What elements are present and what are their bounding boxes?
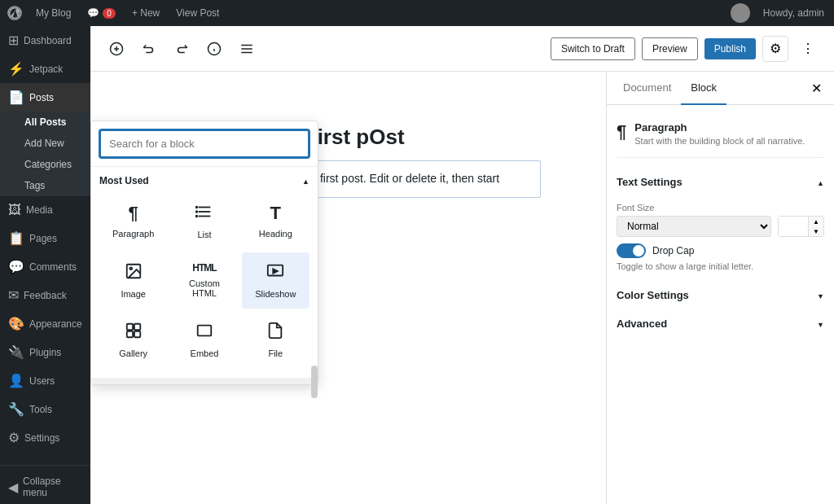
slideshow-block-icon xyxy=(266,262,284,284)
sidebar-item-plugins[interactable]: 🔌 Plugins xyxy=(0,338,90,366)
font-size-down[interactable]: ▼ xyxy=(809,226,823,236)
font-size-label: Font Size xyxy=(617,203,824,213)
sidebar-item-users[interactable]: 👤 Users xyxy=(0,366,90,395)
font-size-row: Normal Small Medium Large Huge ▲ xyxy=(617,216,824,237)
color-settings-section: Color Settings xyxy=(617,281,824,309)
sidebar-label-comments: Comments xyxy=(29,261,77,273)
block-list[interactable]: List xyxy=(170,193,238,249)
appearance-icon: 🎨 xyxy=(8,316,24,331)
sidebar-item-pages[interactable]: 📋 Pages xyxy=(0,224,90,252)
info-button[interactable] xyxy=(201,36,227,62)
sidebar-label-plugins: Plugins xyxy=(29,347,61,358)
font-size-input-group: ▲ ▼ xyxy=(778,216,824,237)
sidebar-collapse-menu[interactable]: ◀ Collapse menu xyxy=(0,465,90,504)
editor-canvas[interactable]: Most Used ¶ Paragraph xyxy=(90,72,606,504)
adminbar-view-post[interactable]: View Post xyxy=(173,7,222,19)
slideshow-block-label: Slideshow xyxy=(255,289,296,299)
sidebar-sub-all-posts[interactable]: All Posts xyxy=(16,112,90,133)
adminbar-notifications[interactable]: 💬 0 xyxy=(84,7,119,19)
block-file[interactable]: File xyxy=(242,312,309,368)
howdy-text: Howdy, admin xyxy=(763,7,824,19)
advanced-header[interactable]: Advanced xyxy=(617,309,824,338)
block-custom-html[interactable]: HTML Custom HTML xyxy=(170,252,238,309)
font-size-input[interactable] xyxy=(779,217,808,236)
undo-button[interactable] xyxy=(136,36,162,62)
admin-bar: My Blog 💬 0 + New View Post Howdy, admin xyxy=(0,0,834,26)
font-size-up[interactable]: ▲ xyxy=(809,217,823,226)
font-size-arrows: ▲ ▼ xyxy=(808,217,823,236)
block-embed[interactable]: Embed xyxy=(170,312,238,368)
sidebar-item-dashboard[interactable]: ⊞ Dashboard xyxy=(0,26,90,55)
adminbar-myblog[interactable]: My Blog xyxy=(33,7,74,19)
editor-settings-button[interactable]: ⚙ xyxy=(762,36,788,62)
preview-button[interactable]: Preview xyxy=(642,37,698,60)
block-type-icon: ¶ xyxy=(617,121,626,142)
sidebar-item-settings[interactable]: ⚙ Settings xyxy=(0,423,90,452)
svg-point-17 xyxy=(129,267,132,270)
editor-toolbar: Switch to Draft Preview Publish ⚙ ⋮ xyxy=(90,26,834,72)
text-settings-header[interactable]: Text Settings xyxy=(617,168,824,196)
tab-block[interactable]: Block xyxy=(681,72,726,105)
sidebar-collapse-label: Collapse menu xyxy=(23,476,82,498)
posts-icon: 📄 xyxy=(8,90,24,105)
sidebar: ⊞ Dashboard ⚡ Jetpack 📄 Posts All Posts … xyxy=(0,26,90,504)
block-image[interactable]: Image xyxy=(99,252,167,309)
svg-rect-23 xyxy=(134,331,140,337)
sidebar-label-settings: Settings xyxy=(24,432,59,444)
sidebar-label-dashboard: Dashboard xyxy=(24,35,72,46)
sidebar-label-pages: Pages xyxy=(29,233,57,244)
font-size-select[interactable]: Normal Small Medium Large Huge xyxy=(617,216,771,237)
sidebar-posts-submenu: All Posts Add New Categories Tags xyxy=(0,112,90,196)
drop-cap-toggle[interactable] xyxy=(617,243,646,258)
sidebar-sub-tags[interactable]: Tags xyxy=(16,175,90,196)
most-used-collapse-icon[interactable] xyxy=(302,175,309,186)
admin-avatar[interactable] xyxy=(731,3,750,23)
panel-close-button[interactable]: ✕ xyxy=(805,77,827,99)
sidebar-item-tools[interactable]: 🔧 Tools xyxy=(0,395,90,423)
block-navigation-button[interactable] xyxy=(234,36,260,62)
sidebar-item-posts[interactable]: 📄 Posts xyxy=(0,83,90,112)
tab-document[interactable]: Document xyxy=(613,72,681,105)
sidebar-item-media[interactable]: 🖼 Media xyxy=(0,196,90,224)
wp-logo[interactable] xyxy=(7,5,23,21)
publish-button[interactable]: Publish xyxy=(705,38,756,59)
file-block-icon xyxy=(266,322,284,344)
dashboard-icon: ⊞ xyxy=(8,33,19,48)
adminbar-right: Howdy, admin xyxy=(731,3,827,23)
insert-block-button[interactable] xyxy=(103,36,129,62)
svg-rect-24 xyxy=(198,326,212,336)
block-search-input[interactable] xyxy=(99,129,309,158)
advanced-section: Advanced xyxy=(617,309,824,338)
block-slideshow[interactable]: Slideshow xyxy=(242,252,309,309)
notification-icon: 💬 xyxy=(87,7,99,19)
embed-block-label: Embed xyxy=(191,348,219,358)
adminbar-view-post-label: View Post xyxy=(176,7,219,19)
block-gallery[interactable]: Gallery xyxy=(99,312,167,368)
block-heading[interactable]: T Heading xyxy=(242,193,309,249)
sidebar-item-appearance[interactable]: 🎨 Appearance xyxy=(0,309,90,338)
block-type-description: Start with the building block of all nar… xyxy=(634,135,805,147)
heading-block-icon: T xyxy=(270,203,281,224)
notification-count: 0 xyxy=(103,8,116,19)
sidebar-item-feedback[interactable]: ✉ Feedback xyxy=(0,281,90,309)
adminbar-howdy[interactable]: Howdy, admin xyxy=(760,7,827,19)
sidebar-label-tools: Tools xyxy=(29,404,52,415)
embed-block-icon xyxy=(195,322,213,344)
sidebar-item-jetpack[interactable]: ⚡ Jetpack xyxy=(0,55,90,83)
color-settings-header[interactable]: Color Settings xyxy=(617,281,824,309)
editor-more-button[interactable]: ⋮ xyxy=(795,36,821,62)
block-inserter-popup: Most Used ¶ Paragraph xyxy=(90,121,318,385)
advanced-title: Advanced xyxy=(617,318,667,330)
custom-html-block-label: Custom HTML xyxy=(177,278,231,298)
block-paragraph[interactable]: ¶ Paragraph xyxy=(99,193,167,249)
pages-icon: 📋 xyxy=(8,230,24,246)
sidebar-sub-categories[interactable]: Categories xyxy=(16,154,90,175)
sidebar-label-feedback: Feedback xyxy=(24,290,67,301)
color-settings-title: Color Settings xyxy=(617,289,689,301)
switch-to-draft-button[interactable]: Switch to Draft xyxy=(551,37,635,60)
sidebar-sub-add-new[interactable]: Add New xyxy=(16,133,90,154)
svg-rect-21 xyxy=(134,324,140,330)
adminbar-new[interactable]: + New xyxy=(129,7,163,19)
redo-button[interactable] xyxy=(169,36,195,62)
sidebar-item-comments[interactable]: 💬 Comments xyxy=(0,252,90,281)
